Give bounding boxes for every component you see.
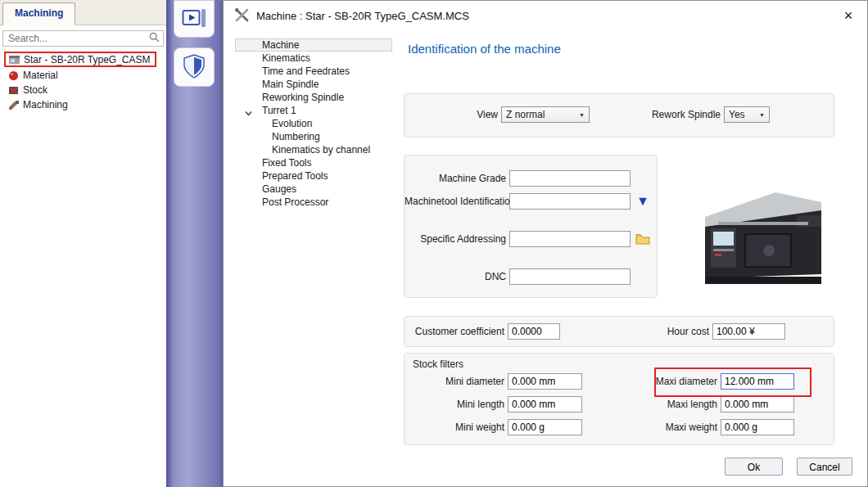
costs-group: Customer coefficient Hour cost	[404, 316, 834, 347]
shield-icon	[183, 54, 205, 81]
dialog-title-bar: Machine : Star - SB-20R TypeG_CASM.MCS ×	[224, 1, 867, 30]
dnc-input[interactable]	[509, 268, 631, 285]
ok-button[interactable]: Ok	[725, 458, 783, 476]
nav-item-label: Gauges	[262, 183, 296, 195]
chevron-down-icon: ▼	[579, 112, 585, 118]
nav-item-numbering[interactable]: Numbering	[235, 130, 392, 143]
maxi-length-label: Maxi length	[639, 399, 717, 410]
tab-bar: Machining	[0, 0, 166, 25]
machine-dialog: Machine : Star - SB-20R TypeG_CASM.MCS ×…	[223, 0, 868, 487]
maxi-weight-input[interactable]	[721, 419, 794, 435]
customer-coefficient-label: Customer coefficient	[405, 326, 504, 337]
search-input[interactable]	[7, 32, 149, 45]
mini-diameter-input[interactable]	[508, 373, 582, 390]
nav-item-label: Post Processor	[262, 196, 328, 208]
specific-addressing-input[interactable]	[509, 231, 631, 247]
vertical-toolbar	[166, 0, 223, 487]
material-icon	[7, 70, 20, 82]
crossed-tools-icon	[233, 7, 250, 25]
hour-cost-label: Hour cost	[627, 326, 709, 337]
machining-icon	[7, 99, 20, 111]
chevron-down-icon[interactable]	[245, 108, 252, 115]
nav-item-main-spindle[interactable]: Main Spindle	[235, 78, 392, 91]
machine-icon	[8, 53, 20, 65]
machine-photo	[697, 155, 830, 302]
machine-grade-input[interactable]	[509, 170, 631, 187]
nav-item-label: Time and Feedrates	[262, 65, 350, 77]
maxi-weight-label: Maxi weight	[639, 422, 717, 433]
tree-item-material[interactable]: Material	[0, 68, 166, 83]
tree-item-machining[interactable]: Machining	[0, 97, 166, 112]
stock-filters-title: Stock filters	[413, 358, 463, 370]
machine-grade-label: Machine Grade	[405, 173, 506, 184]
rework-spindle-label: Rework Spindle	[639, 109, 721, 120]
view-select-value: Z normal	[506, 109, 545, 120]
cancel-button[interactable]: Cancel	[797, 458, 852, 476]
nav-item-machine[interactable]: Machine	[235, 38, 392, 52]
folder-icon	[635, 233, 650, 245]
tree-item-stock[interactable]: Stock	[0, 83, 166, 97]
machinetool-browse-button[interactable]: ▼	[634, 193, 652, 210]
close-icon[interactable]: ×	[839, 7, 857, 25]
chevron-down-icon: ▼	[759, 112, 765, 118]
hour-cost-input[interactable]	[712, 323, 785, 340]
rework-spindle-select-value: Yes	[729, 109, 745, 120]
nav-item-label: Reworking Spindle	[262, 92, 344, 103]
machining-panel: Machining Star - SB-20R TypeG_CASM Mater…	[0, 0, 166, 487]
tree-item-label: Star - SB-20R TypeG_CASM	[24, 54, 151, 65]
tree-item-label: Material	[23, 70, 58, 81]
nav-item-label: Turret 1	[262, 105, 296, 116]
maxi-length-input[interactable]	[721, 396, 794, 413]
stock-filters-group: Stock filters Mini diameter Maxi diamete…	[404, 353, 834, 445]
nav-item-label: Main Spindle	[262, 79, 319, 90]
nav-item-kinematics-by-channel[interactable]: Kinematics by channel	[235, 143, 392, 156]
nav-item-reworking-spindle[interactable]: Reworking Spindle	[235, 91, 392, 104]
view-group: View Z normal ▼ Rework Spindle Yes ▼	[404, 93, 834, 138]
machining-tree: Star - SB-20R TypeG_CASM Material Stock …	[0, 50, 166, 112]
mini-weight-input[interactable]	[508, 419, 582, 435]
page-title: Identification of the machine	[408, 42, 561, 56]
nav-item-gauges[interactable]: Gauges	[235, 183, 392, 196]
nav-item-fixed-tools[interactable]: Fixed Tools	[235, 156, 392, 169]
nav-item-evolution[interactable]: Evolution	[235, 117, 392, 130]
tab-machining[interactable]: Machining	[2, 2, 75, 25]
machine-sim-icon	[182, 7, 206, 31]
nav-item-label: Kinematics by channel	[272, 144, 370, 156]
mini-weight-label: Mini weight	[405, 422, 504, 433]
rework-spindle-select[interactable]: Yes ▼	[724, 106, 770, 123]
nav-item-label: Evolution	[272, 118, 312, 129]
tree-item-label: Stock	[23, 84, 47, 96]
nav-item-post-processor[interactable]: Post Processor	[235, 196, 392, 209]
blue-triangle-icon: ▼	[636, 195, 649, 208]
dialog-title: Machine : Star - SB-20R TypeG_CASM.MCS	[256, 10, 469, 22]
stock-icon	[7, 84, 20, 97]
nav-item-turret-1[interactable]: Turret 1	[235, 104, 392, 117]
search-icon[interactable]	[149, 32, 160, 45]
nav-item-label: Numbering	[272, 131, 320, 142]
specific-addressing-label: Specific Addressing	[405, 233, 506, 245]
dialog-nav: Machine Kinematics Time and Feedrates Ma…	[235, 38, 392, 209]
view-select[interactable]: Z normal ▼	[501, 106, 590, 123]
nav-item-label: Prepared Tools	[262, 170, 328, 182]
identification-group: Machine Grade Machinetool Identification…	[404, 155, 658, 298]
nav-item-prepared-tools[interactable]: Prepared Tools	[235, 169, 392, 183]
mini-length-label: Mini length	[405, 399, 504, 410]
dnc-label: DNC	[405, 271, 506, 282]
machinetool-identification-label: Machinetool Identification	[405, 196, 506, 207]
protection-button[interactable]	[174, 47, 215, 87]
machinetool-identification-input[interactable]	[509, 193, 631, 210]
nav-item-label: Fixed Tools	[262, 157, 311, 169]
tree-item-machine[interactable]: Star - SB-20R TypeG_CASM	[4, 52, 156, 67]
nav-item-kinematics[interactable]: Kinematics	[235, 52, 392, 65]
nav-item-time-feedrates[interactable]: Time and Feedrates	[235, 65, 392, 78]
view-label: View	[405, 109, 498, 120]
folder-browse-button[interactable]	[634, 231, 652, 247]
mini-length-input[interactable]	[508, 396, 582, 413]
customer-coefficient-input[interactable]	[508, 323, 560, 340]
simulation-button[interactable]	[174, 0, 215, 38]
maxi-diameter-label: Maxi diameter	[639, 376, 717, 387]
search-box[interactable]	[2, 30, 164, 47]
maxi-diameter-input[interactable]	[721, 373, 794, 390]
nav-item-label: Machine	[262, 39, 299, 51]
nav-item-label: Kinematics	[262, 52, 310, 64]
